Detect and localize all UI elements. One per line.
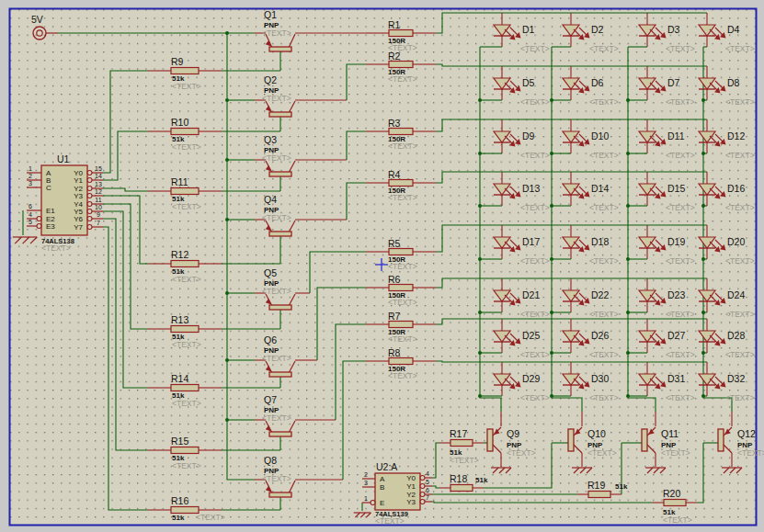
resistor-body (171, 188, 199, 195)
component-placeholder: <TEXT> (725, 151, 755, 160)
inversion-bubble (87, 187, 92, 191)
component-ref: Q10 (587, 428, 606, 439)
junction-dot (225, 418, 229, 422)
pin-number: 12 (95, 188, 102, 195)
component-value: 51k (615, 482, 628, 491)
component-ref: D24 (727, 289, 745, 300)
component-ref: Q5 (264, 267, 277, 278)
component-placeholder: <TEXT> (725, 350, 755, 359)
component-ref: Q4 (264, 194, 277, 205)
component-placeholder: <TEXT> (196, 513, 225, 522)
component-ref: U1 (57, 153, 70, 164)
component-ref: R5 (388, 238, 401, 249)
pin-name: Y3 (74, 192, 83, 200)
resistor-body (389, 129, 413, 135)
component-placeholder: <TEXT> (666, 350, 695, 359)
component-ref: D19 (667, 236, 685, 247)
component-placeholder: <TEXT> (41, 243, 71, 253)
component-ref: Q8 (264, 455, 277, 466)
component-ref: R13 (171, 314, 188, 325)
transistor-base-bar (269, 492, 291, 497)
component-placeholder: <TEXT> (520, 310, 550, 319)
component-placeholder: <TEXT> (262, 28, 291, 38)
component-ref: D5 (522, 77, 535, 88)
component-placeholder: <TEXT> (172, 82, 201, 91)
component-ref: R9 (171, 56, 184, 67)
component-ref: Q6 (264, 334, 277, 345)
component-placeholder: <TEXT> (388, 74, 417, 84)
inversion-bubble (87, 194, 92, 198)
transistor-base-bar (269, 47, 291, 51)
component-placeholder: <TEXT> (172, 142, 201, 152)
component-ref: D13 (522, 183, 540, 194)
pin-number: 14 (95, 173, 102, 179)
transistor-base-bar (269, 172, 291, 176)
component-ref: R6 (388, 274, 401, 285)
pin-number: 4 (29, 211, 32, 218)
inversion-bubble (87, 217, 92, 221)
component-placeholder: <TEXT> (262, 474, 291, 483)
component-ref: D10 (591, 130, 609, 141)
resistor-body (171, 326, 199, 333)
transistor-base-bar (487, 429, 493, 451)
component-ref: D29 (522, 373, 540, 384)
component-placeholder: <TEXT> (388, 193, 417, 202)
pin-number: 7 (97, 220, 100, 226)
schematic-sheet: Q1PNP<TEXT>R1150R<TEXT>R951k<TEXT>Q2PNP<… (0, 0, 764, 532)
component-placeholder: <TEXT> (589, 256, 619, 266)
component-ref: D32 (727, 373, 745, 384)
component-ref: D26 (591, 330, 609, 341)
component-ref: U2:A (376, 461, 397, 472)
pin-number: 6 (29, 203, 32, 209)
component-ref: R11 (171, 176, 188, 187)
component-placeholder: <TEXT> (262, 153, 291, 163)
junction-dot (225, 158, 229, 162)
junction-dot (225, 358, 229, 362)
component-placeholder: <TEXT> (725, 203, 755, 212)
pin-name: Y3 (406, 498, 416, 506)
pin-name: E1 (46, 207, 55, 215)
component-ref: D15 (667, 183, 685, 194)
pin-number: 9 (97, 211, 100, 218)
component-placeholder: <TEXT> (589, 97, 619, 107)
component-placeholder: <TEXT> (520, 203, 550, 212)
component-placeholder: <TEXT> (666, 151, 695, 160)
component-placeholder: <TEXT> (663, 515, 692, 525)
component-ref: R19 (587, 480, 605, 491)
component-ref: Q7 (264, 394, 277, 405)
inversion-bubble (420, 484, 425, 489)
transistor-base-bar (269, 232, 291, 236)
component-ref: D17 (522, 236, 540, 247)
component-placeholder: <TEXT> (725, 310, 755, 319)
component-ref: D16 (727, 183, 745, 194)
pin-name: B (380, 483, 384, 492)
component-ref: R17 (450, 428, 467, 439)
transistor-base-bar (269, 372, 291, 377)
component-ref: R10 (171, 117, 188, 128)
component-ref: Q11 (661, 428, 678, 439)
component-ref: D23 (667, 289, 685, 300)
component-placeholder: <TEXT> (172, 202, 201, 211)
pin-number: 1 (29, 165, 32, 172)
component-ref: R14 (171, 373, 188, 384)
component-placeholder: <TEXT> (589, 350, 619, 359)
component-placeholder: <TEXT> (520, 256, 550, 266)
pin-name: Y7 (74, 223, 83, 232)
pin-name: C (46, 184, 51, 192)
component-ref: D25 (522, 330, 540, 341)
component-placeholder: <TEXT> (725, 97, 755, 107)
transistor-base-bar (269, 305, 291, 310)
pin-number: 5 (426, 479, 429, 485)
component-ref: R16 (171, 495, 188, 506)
component-placeholder: <TEXT> (172, 275, 201, 284)
component-placeholder: <TEXT> (262, 94, 291, 103)
component-placeholder: <TEXT> (520, 151, 550, 160)
component-placeholder: <TEXT> (262, 213, 291, 222)
power-terminal-label: 5V (31, 14, 43, 25)
component-placeholder: <TEXT> (725, 44, 755, 53)
component-ref: D28 (727, 330, 745, 341)
component-ref: D27 (667, 330, 685, 341)
pin-number: 6 (426, 487, 429, 493)
component-placeholder: <TEXT> (388, 298, 417, 307)
component-ref: D6 (591, 77, 604, 88)
